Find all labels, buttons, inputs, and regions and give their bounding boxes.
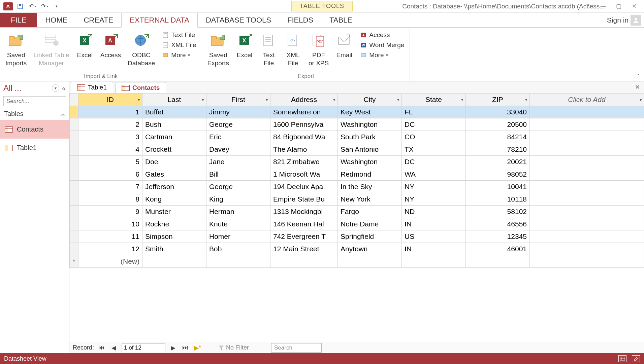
tab-database-tools[interactable]: DATABASE TOOLS <box>198 13 279 27</box>
table-row[interactable]: 12SmithBob12 Main StreetAnytownIN46001 <box>70 243 644 255</box>
nav-item-contacts[interactable]: Contacts <box>0 120 69 139</box>
cell-last[interactable]: Cartman <box>142 131 206 143</box>
row-selector[interactable] <box>70 131 78 143</box>
prev-record-icon[interactable]: ◀ <box>109 344 118 352</box>
cell-empty[interactable] <box>530 156 644 168</box>
cell-state[interactable]: US <box>402 230 466 243</box>
next-record-icon[interactable]: ▶ <box>169 344 178 352</box>
cell-empty[interactable] <box>530 168 644 181</box>
table-new-row[interactable]: (New) <box>70 255 644 268</box>
cell-city[interactable]: Key West <box>338 106 402 118</box>
cell-city[interactable]: Springfield <box>338 230 402 243</box>
cell-last[interactable]: Simpson <box>142 230 206 243</box>
cell-state[interactable]: NY <box>402 181 466 193</box>
cell-zip[interactable]: 20500 <box>466 118 530 131</box>
close-icon[interactable]: ✕ <box>629 2 640 11</box>
chevron-down-icon[interactable]: ▾ <box>266 97 268 102</box>
cell-empty[interactable] <box>530 206 644 218</box>
cell-id[interactable]: 3 <box>78 131 142 143</box>
column-header-click-to-add[interactable]: Click to Add▾ <box>530 94 644 106</box>
cell-first[interactable]: Herman <box>206 206 270 218</box>
cell-empty[interactable] <box>530 218 644 230</box>
row-selector[interactable] <box>70 143 78 156</box>
filter-indicator[interactable]: No Filter <box>219 344 249 351</box>
first-record-icon[interactable]: ⏮ <box>97 344 106 352</box>
export-access-button[interactable]: A Access <box>358 30 406 40</box>
saved-exports-button[interactable]: Saved Exports <box>205 30 231 69</box>
cell-address[interactable]: 821 Zimbabwe <box>270 156 338 168</box>
cell-address[interactable]: 194 Deelux Apa <box>270 181 338 193</box>
cell-zip[interactable]: 78210 <box>466 143 530 156</box>
cell-state[interactable]: DC <box>402 156 466 168</box>
cell-state[interactable]: DC <box>402 118 466 131</box>
table-row[interactable]: 7JeffersonGeorge194 Deelux ApaIn the Sky… <box>70 181 644 193</box>
table-row[interactable]: 8KongKingEmpire State BuNew YorkNY10118 <box>70 193 644 206</box>
record-search-input[interactable] <box>271 343 322 353</box>
export-word-merge-button[interactable]: W Word Merge <box>358 40 406 50</box>
cell-id[interactable]: 8 <box>78 193 142 206</box>
cell-zip[interactable]: 46001 <box>466 243 530 255</box>
cell-last[interactable]: Jefferson <box>142 181 206 193</box>
cell-new-id[interactable]: (New) <box>78 255 142 268</box>
last-record-icon[interactable]: ⏭ <box>181 344 190 352</box>
doc-tab-contacts[interactable]: Contacts <box>115 82 166 93</box>
cell-empty[interactable] <box>530 131 644 143</box>
cell-zip[interactable]: 12345 <box>466 230 530 243</box>
cell-state[interactable]: WA <box>402 168 466 181</box>
cell-first[interactable]: King <box>206 193 270 206</box>
cell-address[interactable]: The Alamo <box>270 143 338 156</box>
cell-address[interactable]: Empire State Bu <box>270 193 338 206</box>
row-selector[interactable] <box>70 218 78 230</box>
chevron-down-icon[interactable]: ▾ <box>525 97 527 102</box>
qa-save-icon[interactable] <box>15 2 25 11</box>
import-text-file-button[interactable]: Text File <box>160 30 198 40</box>
chevron-down-icon[interactable]: ▾ <box>397 97 399 102</box>
table-row[interactable]: 9MunsterHerman1313 MockingbiFargoND58102 <box>70 206 644 218</box>
cell-city[interactable]: Washington <box>338 118 402 131</box>
cell-city[interactable]: Anytown <box>338 243 402 255</box>
cell-first[interactable]: Jimmy <box>206 106 270 118</box>
cell-zip[interactable]: 10041 <box>466 181 530 193</box>
qa-redo-icon[interactable]: ↷▾ <box>40 2 49 11</box>
cell-city[interactable]: Notre Dame <box>338 218 402 230</box>
cell-id[interactable]: 1 <box>78 106 142 118</box>
cell-zip[interactable]: 20021 <box>466 156 530 168</box>
column-header-id[interactable]: ID▾ <box>78 94 142 106</box>
tab-external-data[interactable]: EXTERNAL DATA <box>121 13 198 28</box>
tab-file[interactable]: FILE <box>0 13 37 27</box>
cell-zip[interactable]: 33040 <box>466 106 530 118</box>
export-more-button[interactable]: More ▾ <box>358 50 406 60</box>
cell-first[interactable]: Homer <box>206 230 270 243</box>
nav-header-title[interactable]: All ... <box>3 83 49 93</box>
column-header-last[interactable]: Last▾ <box>142 94 206 106</box>
collapse-ribbon-icon[interactable]: ⌃ <box>636 73 641 79</box>
row-selector[interactable] <box>70 181 78 193</box>
tab-create[interactable]: CREATE <box>75 13 121 27</box>
chevron-down-icon[interactable]: ▾ <box>461 97 463 102</box>
nav-group-tables[interactable]: Tables ︽ <box>0 108 69 120</box>
cell-city[interactable]: Redmond <box>338 168 402 181</box>
cell-last[interactable]: Buffet <box>142 106 206 118</box>
chevron-down-icon[interactable]: ▾ <box>333 97 335 102</box>
row-selector[interactable] <box>70 243 78 255</box>
cell-id[interactable]: 7 <box>78 181 142 193</box>
cell-empty[interactable] <box>530 106 644 118</box>
column-header-state[interactable]: State▾ <box>402 94 466 106</box>
cell-id[interactable]: 6 <box>78 168 142 181</box>
qa-customize-icon[interactable]: ▾ <box>52 2 61 11</box>
design-view-icon[interactable] <box>632 355 640 362</box>
cell-first[interactable]: Knute <box>206 218 270 230</box>
cell-id[interactable]: 4 <box>78 143 142 156</box>
table-row[interactable]: 3CartmanEric84 Bigboned WaSouth ParkCO84… <box>70 131 644 143</box>
table-row[interactable]: 10RockneKnute146 Keenan HalNotre DameIN4… <box>70 218 644 230</box>
cell-last[interactable]: Rockne <box>142 218 206 230</box>
cell-address[interactable]: 146 Keenan Hal <box>270 218 338 230</box>
column-header-city[interactable]: City▾ <box>338 94 402 106</box>
cell-state[interactable]: FL <box>402 106 466 118</box>
cell-zip[interactable]: 46556 <box>466 218 530 230</box>
cell-address[interactable]: 742 Evergreen T <box>270 230 338 243</box>
cell-first[interactable]: Bill <box>206 168 270 181</box>
table-row[interactable]: 2BushGeorge1600 PennsylvaWashingtonDC205… <box>70 118 644 131</box>
cell-id[interactable]: 5 <box>78 156 142 168</box>
tab-home[interactable]: HOME <box>37 13 75 27</box>
